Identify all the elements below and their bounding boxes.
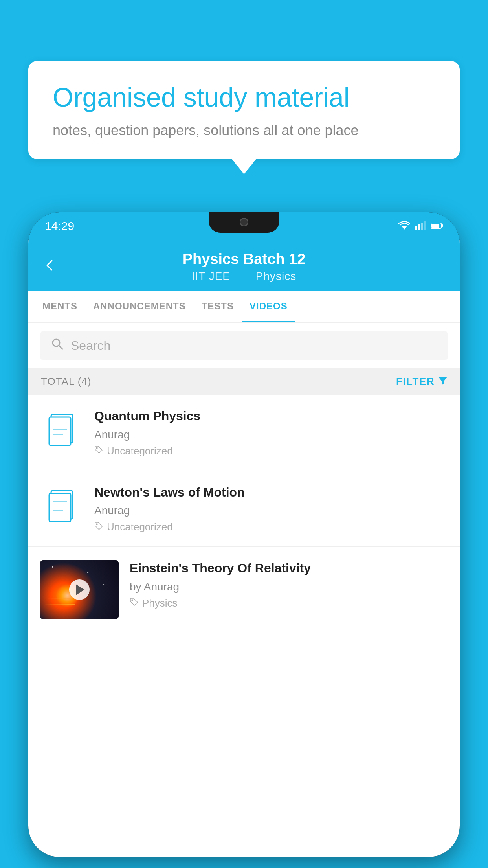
- svg-point-23: [132, 600, 133, 601]
- video-title-2: Newton's Laws of Motion: [94, 484, 448, 501]
- tag-icon-3: [130, 598, 138, 609]
- tag-icon-1: [94, 445, 103, 456]
- svg-point-22: [96, 524, 97, 525]
- video-tag-text-1: Uncategorized: [107, 445, 173, 457]
- filter-button[interactable]: FILTER: [396, 375, 447, 388]
- search-container: Search: [28, 323, 460, 368]
- svg-rect-3: [421, 223, 423, 230]
- svg-marker-10: [438, 377, 447, 385]
- svg-line-9: [59, 346, 62, 349]
- list-item[interactable]: Einstein's Theory Of Relativity by Anura…: [28, 547, 460, 633]
- signal-icon: [415, 220, 426, 232]
- bubble-title: Organised study material: [53, 81, 435, 114]
- total-filter-bar: TOTAL (4) FILTER: [28, 368, 460, 395]
- header-subtitle-part1: IIT JEE: [192, 270, 230, 282]
- search-input[interactable]: Search: [71, 338, 110, 353]
- tab-ments[interactable]: MENTS: [35, 291, 85, 322]
- filter-label: FILTER: [396, 375, 435, 388]
- header-title: Physics Batch 12: [183, 251, 306, 268]
- svg-rect-6: [431, 224, 439, 228]
- svg-rect-7: [442, 224, 443, 227]
- video-thumb-1: [40, 408, 83, 451]
- video-thumbnail-3: [40, 560, 119, 619]
- app-header: Physics Batch 12 IIT JEE Physics: [28, 240, 460, 291]
- phone-screen: Physics Batch 12 IIT JEE Physics MENTS A…: [28, 240, 460, 857]
- video-author-3: by Anurag: [130, 581, 448, 593]
- tab-tests[interactable]: TESTS: [194, 291, 242, 322]
- tab-announcements[interactable]: ANNOUNCEMENTS: [85, 291, 194, 322]
- video-tag-1: Uncategorized: [94, 445, 448, 457]
- svg-rect-18: [49, 493, 71, 522]
- filter-icon: [438, 375, 447, 388]
- wifi-icon: [398, 220, 410, 232]
- video-thumb-2: [40, 484, 83, 528]
- status-icons: [398, 220, 443, 232]
- list-item[interactable]: Newton's Laws of Motion Anurag Uncategor…: [28, 471, 460, 547]
- video-info-2: Newton's Laws of Motion Anurag Uncategor…: [94, 484, 448, 533]
- video-tag-3: Physics: [130, 597, 448, 609]
- search-icon: [51, 338, 64, 353]
- phone-frame: 14:29: [28, 212, 460, 857]
- bubble-subtitle: notes, question papers, solutions all at…: [53, 122, 435, 139]
- svg-rect-2: [418, 224, 420, 230]
- notch: [209, 212, 279, 233]
- total-count: TOTAL (4): [41, 375, 91, 388]
- video-tag-text-3: Physics: [142, 597, 178, 609]
- tabs-bar: MENTS ANNOUNCEMENTS TESTS VIDEOS: [28, 291, 460, 323]
- svg-point-16: [96, 447, 97, 449]
- svg-rect-1: [415, 226, 417, 230]
- battery-icon: [431, 220, 443, 232]
- svg-rect-4: [424, 221, 426, 230]
- video-tag-text-2: Uncategorized: [107, 521, 173, 533]
- video-info-1: Quantum Physics Anurag Uncategorized: [94, 408, 448, 457]
- video-title-3: Einstein's Theory Of Relativity: [130, 560, 448, 577]
- header-subtitle-part2: Physics: [256, 270, 296, 282]
- status-bar: 14:29: [28, 212, 460, 240]
- video-author-1: Anurag: [94, 428, 448, 441]
- play-button[interactable]: [69, 579, 90, 600]
- search-bar[interactable]: Search: [40, 331, 448, 360]
- svg-marker-0: [402, 226, 407, 230]
- tab-videos[interactable]: VIDEOS: [242, 291, 295, 322]
- video-info-3: Einstein's Theory Of Relativity by Anura…: [130, 560, 448, 609]
- list-item[interactable]: Quantum Physics Anurag Uncategorized: [28, 395, 460, 471]
- speech-bubble: Organised study material notes, question…: [28, 61, 460, 159]
- play-icon: [76, 584, 84, 595]
- video-author-2: Anurag: [94, 504, 448, 517]
- header-subtitle: IIT JEE Physics: [186, 270, 302, 283]
- status-time: 14:29: [45, 219, 74, 233]
- camera: [240, 218, 248, 226]
- video-list: Quantum Physics Anurag Uncategorized: [28, 395, 460, 633]
- video-tag-2: Uncategorized: [94, 521, 448, 533]
- svg-rect-12: [49, 417, 71, 445]
- tag-icon-2: [94, 522, 103, 533]
- video-title-1: Quantum Physics: [94, 408, 448, 425]
- back-button[interactable]: [44, 256, 56, 275]
